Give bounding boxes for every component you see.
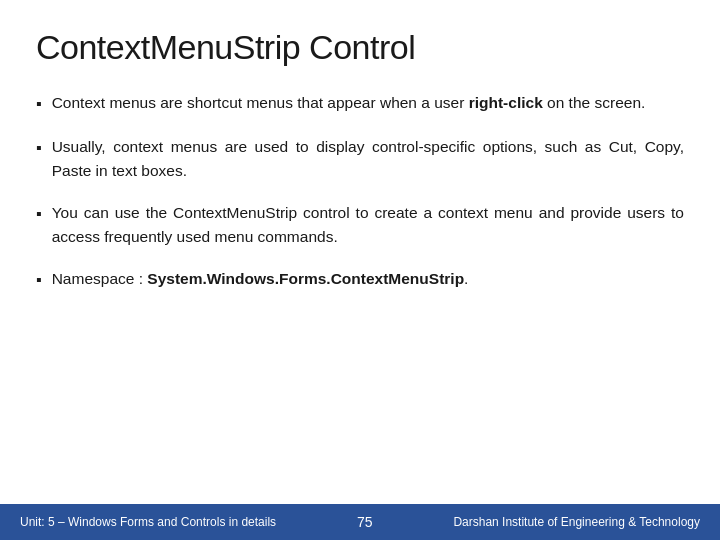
footer: Unit: 5 – Windows Forms and Controls in … xyxy=(0,504,720,540)
bullet-text: Context menus are shortcut menus that ap… xyxy=(52,91,646,115)
bullet-text: Usually, context menus are used to displ… xyxy=(52,135,684,183)
footer-page-number: 75 xyxy=(357,514,373,530)
footer-right: Darshan Institute of Engineering & Techn… xyxy=(453,515,700,529)
bullet-text: You can use the ContextMenuStrip control… xyxy=(52,201,684,249)
bullet-icon: ▪ xyxy=(36,92,42,117)
list-item: ▪ Context menus are shortcut menus that … xyxy=(36,91,684,117)
footer-left: Unit: 5 – Windows Forms and Controls in … xyxy=(20,515,276,529)
bold-term: right-click xyxy=(469,94,543,111)
list-item: ▪ Namespace : System.Windows.Forms.Conte… xyxy=(36,267,684,293)
bullet-list: ▪ Context menus are shortcut menus that … xyxy=(36,91,684,293)
main-content: ContextMenuStrip Control ▪ Context menus… xyxy=(0,0,720,504)
page-title: ContextMenuStrip Control xyxy=(36,28,684,67)
namespace-value: System.Windows.Forms.ContextMenuStrip xyxy=(147,270,464,287)
list-item: ▪ You can use the ContextMenuStrip contr… xyxy=(36,201,684,249)
bullet-icon: ▪ xyxy=(36,202,42,227)
bullet-icon: ▪ xyxy=(36,136,42,161)
bullet-icon: ▪ xyxy=(36,268,42,293)
bullet-text: Namespace : System.Windows.Forms.Context… xyxy=(52,267,469,291)
list-item: ▪ Usually, context menus are used to dis… xyxy=(36,135,684,183)
